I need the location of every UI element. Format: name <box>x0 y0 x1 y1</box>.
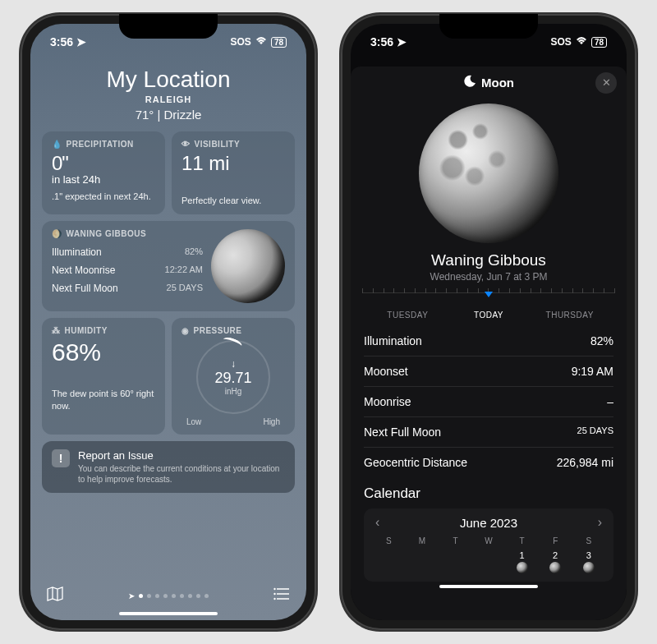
precipitation-tile[interactable]: 💧PRECIPITATION 0" in last 24h .1" expect… <box>42 131 165 214</box>
cal-next-button[interactable]: › <box>595 515 605 530</box>
visibility-header: VISIBILITY <box>195 140 241 149</box>
fullmoon-label: Next Full Moon <box>52 283 118 294</box>
cal-day-2[interactable]: 2 <box>539 550 572 573</box>
moon-detail-list: Illumination 82% Moonset 9:19 AM Moonris… <box>351 326 627 477</box>
home-indicator[interactable] <box>439 585 538 588</box>
moonrise-value: – <box>607 395 613 408</box>
visibility-tile[interactable]: 👁VISIBILITY 11 mi Perfectly clear view. <box>172 131 295 214</box>
day-timeline[interactable] <box>362 292 615 315</box>
precip-header: PRECIPITATION <box>67 140 134 149</box>
humidity-tile[interactable]: ⁂HUMIDITY 68% The dew point is 60° right… <box>42 318 165 435</box>
moon-image-large <box>419 104 558 243</box>
precip-value: 0" <box>52 154 155 173</box>
humidity-desc: The dew point is 60° right now. <box>52 388 155 412</box>
moon-header: WANING GIBBOUS <box>67 229 147 238</box>
temp-condition: 71° | Drizzle <box>30 108 306 122</box>
arrow-down-icon: ↓ <box>231 358 236 370</box>
gauge-icon: ◉ <box>181 326 190 335</box>
cal-month: June 2023 <box>460 516 517 530</box>
page-dots[interactable]: ➤ <box>128 591 209 600</box>
svg-point-0 <box>273 588 275 590</box>
moon-tile[interactable]: 🌖WANING GIBBOUS Illumination82% Next Moo… <box>42 221 295 311</box>
calendar-widget[interactable]: ‹ June 2023 › S M T W T F S <box>364 508 613 582</box>
mini-moon-icon <box>583 562 595 573</box>
moon-detail-screen: 3:56 ➤ SOS 78 Moon ✕ <box>351 24 627 620</box>
map-icon[interactable] <box>47 586 63 605</box>
report-issue-tile[interactable]: ! Report an Issue You can describe the c… <box>42 441 295 493</box>
moon-phase-icon: 🌖 <box>52 229 62 238</box>
moonset-label: Moonset <box>364 365 408 378</box>
location-title: My Location <box>30 67 306 93</box>
notch <box>439 14 538 39</box>
cal-dow-row: S M T W T F S <box>372 536 605 545</box>
row-distance: Geocentric Distance 226,984 mi <box>364 448 613 477</box>
close-button[interactable]: ✕ <box>595 72 617 94</box>
moonset-value: 9:19 AM <box>572 365 613 378</box>
moon-detail-sheet: Moon ✕ Waning Gibbous Wednesday, Jun 7 a… <box>351 67 627 620</box>
fullmoon-value: 25 DAYS <box>577 426 613 439</box>
moon-image-small <box>211 229 285 303</box>
illumination-value: 82% <box>185 246 203 258</box>
pressure-value: 29.71 <box>214 370 251 387</box>
cal-day-1[interactable]: 1 <box>505 550 539 573</box>
precip-desc: .1" expected in next 24h. <box>52 191 155 202</box>
moon-icon <box>463 75 476 90</box>
row-fullmoon: Next Full Moon 25 DAYS <box>364 417 613 448</box>
illumination-label: Illumination <box>52 246 102 258</box>
location-city: RALEIGH <box>30 94 306 104</box>
report-icon: ! <box>52 449 70 467</box>
humidity-value: 68% <box>52 340 155 365</box>
phase-name: Waning Gibbous <box>351 251 627 269</box>
cal-day-3[interactable]: 3 <box>572 550 605 573</box>
visibility-value: 11 mi <box>181 154 285 173</box>
svg-point-2 <box>273 598 275 600</box>
phase-date: Wednesday, Jun 7 at 3 PM <box>351 271 627 283</box>
pressure-unit: inHg <box>225 387 242 396</box>
location-arrow-icon: ➤ <box>76 35 86 48</box>
bottom-bar: ➤ <box>30 580 306 609</box>
distance-value: 226,984 mi <box>557 456 613 469</box>
pressure-gauge: ↓ 29.71 inHg <box>196 340 270 414</box>
moonrise-value: 12:22 AM <box>165 264 203 276</box>
illumination-label: Illumination <box>364 334 422 347</box>
moonrise-label: Next Moonrise <box>52 264 115 276</box>
pressure-low: Low <box>186 417 201 426</box>
precip-period: in last 24h <box>52 173 155 186</box>
location-dot-icon: ➤ <box>128 591 135 600</box>
battery-level: 78 <box>591 37 607 48</box>
location-arrow-icon: ➤ <box>397 35 407 48</box>
weather-screen: 3:56 ➤ SOS 78 My Location RALEIGH 71° | … <box>30 24 306 620</box>
home-indicator[interactable] <box>119 612 218 615</box>
pressure-header: PRESSURE <box>194 326 242 335</box>
humidity-header: HUMIDITY <box>65 326 108 335</box>
cal-days-row: 1 2 3 <box>372 550 605 573</box>
visibility-desc: Perfectly clear view. <box>181 195 285 206</box>
distance-label: Geocentric Distance <box>364 456 467 469</box>
sheet-title: Moon <box>481 76 514 90</box>
mini-moon-icon <box>517 562 528 573</box>
status-sos: SOS <box>231 36 251 48</box>
row-illumination: Illumination 82% <box>364 326 613 356</box>
fullmoon-value: 25 DAYS <box>167 283 203 294</box>
list-icon[interactable] <box>273 587 290 605</box>
eye-icon: 👁 <box>181 140 191 149</box>
mini-moon-icon <box>549 562 561 573</box>
cal-prev-button[interactable]: ‹ <box>372 515 383 530</box>
notch <box>119 14 218 39</box>
report-desc: You can describe the current conditions … <box>78 463 285 485</box>
timeline-marker <box>485 292 493 297</box>
pressure-high: High <box>263 417 280 426</box>
illumination-value: 82% <box>590 334 613 347</box>
moonrise-label: Moonrise <box>364 395 411 408</box>
calendar-section-title: Calendar <box>364 485 613 502</box>
droplet-icon: 💧 <box>52 140 62 149</box>
wifi-icon <box>255 36 267 48</box>
humidity-icon: ⁂ <box>52 326 61 335</box>
pressure-tile[interactable]: ◉PRESSURE ↓ 29.71 inHg Low High <box>172 318 295 435</box>
phone-left: 3:56 ➤ SOS 78 My Location RALEIGH 71° | … <box>21 14 316 630</box>
status-time: 3:56 <box>370 35 393 48</box>
fullmoon-label: Next Full Moon <box>364 426 441 439</box>
svg-point-1 <box>273 593 275 595</box>
battery-level: 78 <box>271 37 287 48</box>
row-moonrise: Moonrise – <box>364 387 613 417</box>
